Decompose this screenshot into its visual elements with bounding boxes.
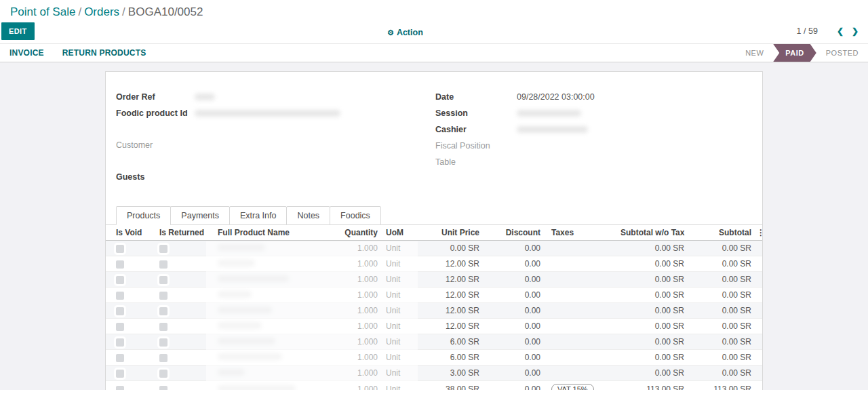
is-returned-checkbox [159,370,167,378]
table-row[interactable]: 1.000Unit12.00 SR0.000.00 SR0.00 SR [106,272,763,288]
cell-subtotal-wo-tax: 0.00 SR [618,241,687,256]
cell-quantity: 1.000 [319,350,380,366]
cell-subtotal: 113.00 SR [687,381,754,391]
form-row-date: Date09/28/2022 03:00:00 [435,92,752,102]
cell-discount: 0.00 [482,319,543,334]
is-void-checkbox [116,354,124,362]
tab-extra-info[interactable]: Extra Info [229,206,288,225]
cell-subtotal: 0.00 SR [687,319,754,334]
return-products-button[interactable]: RETURN PRODUCTS [62,48,146,58]
column-header-is-void: Is Void [106,225,155,241]
cell-is-returned [155,381,211,391]
cell-taxes [543,334,618,350]
table-row[interactable]: 1.000Unit12.00 SR0.000.00 SR0.00 SR [106,303,763,319]
breadcrumb-link-orders[interactable]: Orders [84,5,119,18]
cell-subtotal: 0.00 SR [687,256,754,272]
cell-uom: Unit [380,334,418,350]
product-name-redacted [218,260,255,267]
cell-taxes [543,366,618,381]
product-name-redacted [218,322,262,329]
table-row[interactable]: 1.000Unit3.00 SR0.000.00 SR0.00 SR [106,366,763,381]
cell-subtotal-wo-tax: 0.00 SR [618,366,687,381]
invoice-button[interactable]: INVOICE [9,48,44,58]
form-sheet: Order RefFoodic product IdCustomerGuests… [105,71,763,390]
cell-taxes [543,256,618,272]
product-name-redacted [218,385,296,390]
tab-products[interactable]: Products [116,206,171,225]
action-menu[interactable]: ⚙Action [387,28,423,37]
table-row[interactable]: 1.000Unit6.00 SR0.000.00 SR0.00 SR [106,334,763,350]
table-row[interactable]: 1.000Unit6.00 SR0.000.00 SR0.00 SR [106,350,763,366]
action-menu-label: Action [397,28,423,37]
pager-previous-button[interactable]: ❮ [833,26,848,36]
pager-next-button[interactable]: ❯ [848,26,863,36]
column-header-full-product-name: Full Product Name [211,225,319,241]
cell-subtotal-wo-tax: 0.00 SR [618,256,687,272]
is-void-checkbox [116,245,124,253]
status-stage-posted[interactable]: POSTED [816,44,868,62]
cell-uom: Unit [380,288,418,303]
field-label-cashier: Cashier [435,125,517,134]
table-row[interactable]: 1.000Unit38.00 SR0.00VAT 15%113.00 SR113… [106,381,763,391]
cell-full-product-name [211,366,319,381]
field-label-guests: Guests [116,172,195,182]
cell-quantity: 1.000 [319,241,380,256]
cell-is-void [106,350,155,366]
column-options-icon[interactable]: ⋮ [757,228,763,237]
cell-full-product-name [211,288,319,303]
cell-quantity: 1.000 [319,272,380,288]
product-name-redacted [218,244,265,251]
cell--menu [754,319,763,334]
field-label-customer: Customer [116,140,195,150]
cell-discount: 0.00 [482,256,543,272]
tab-payments[interactable]: Payments [170,206,230,225]
form-spacer [116,157,435,172]
cell-full-product-name [211,303,319,319]
breadcrumb-separator: / [119,5,128,18]
cell-subtotal-wo-tax: 0.00 SR [618,303,687,319]
column-header-subtotal-wo-tax: Subtotal w/o Tax [618,225,687,241]
tab-notes[interactable]: Notes [286,206,330,225]
is-void-checkbox [116,307,124,315]
cell--menu [754,256,763,272]
cell-uom: Unit [380,241,418,256]
edit-button[interactable]: EDIT [1,22,35,40]
table-row[interactable]: 1.000Unit12.00 SR0.000.00 SR0.00 SR [106,319,763,334]
status-stage-new[interactable]: NEW [736,44,773,62]
table-row[interactable]: 1.000Unit12.00 SR0.000.00 SR0.00 SR [106,288,763,303]
cell-is-void [106,303,155,319]
breadcrumb-link-point-of-sale[interactable]: Point of Sale [10,5,75,18]
redacted-value [195,94,215,100]
cell--menu [754,381,763,391]
is-returned-checkbox [159,260,167,269]
is-returned-checkbox [159,354,167,362]
cell-quantity: 1.000 [319,381,380,391]
is-void-checkbox [116,292,124,300]
control-panel: Point of Sale/Orders/BOGA10/0052 EDIT ⚙A… [0,0,868,43]
cell-subtotal: 0.00 SR [687,366,754,381]
cell-unit-price: 6.00 SR [418,350,482,366]
header-buttons: INVOICE RETURN PRODUCTS [9,44,164,62]
table-row[interactable]: 1.000Unit12.00 SR0.000.00 SR0.00 SR [106,256,763,272]
tab-foodics[interactable]: Foodics [330,206,381,225]
cell-is-returned [155,303,211,319]
column-options-header[interactable]: ⋮ [754,225,763,241]
column-header-quantity: Quantity [319,225,380,241]
cell-discount: 0.00 [482,241,543,256]
table-row[interactable]: 1.000Unit0.00 SR0.000.00 SR0.00 SR [106,241,763,256]
cell-full-product-name [211,350,319,366]
form-row-foodic-product-id: Foodic product Id [116,109,435,118]
cell-taxes [543,288,618,303]
content-area: Order RefFoodic product IdCustomerGuests… [0,62,868,390]
cell-uom: Unit [380,256,418,272]
cell-is-returned [155,272,211,288]
status-stage-paid[interactable]: PAID [773,44,816,62]
cell-is-void [106,272,155,288]
is-void-checkbox [116,323,124,331]
cell-is-returned [155,288,211,303]
cell-unit-price: 12.00 SR [418,288,482,303]
is-returned-checkbox [159,338,167,347]
cell-discount: 0.00 [482,288,543,303]
product-name-redacted [218,353,282,360]
cell-uom: Unit [380,319,418,334]
